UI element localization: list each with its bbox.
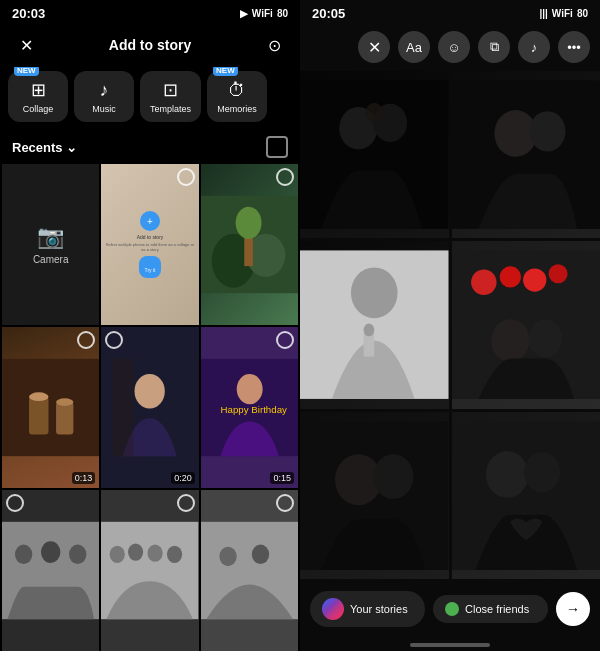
wifi-icon-right: WiFi bbox=[552, 8, 573, 19]
emoji-tool-icon: ☺ bbox=[447, 40, 460, 55]
more-tool-icon: ••• bbox=[567, 40, 581, 55]
settings-button[interactable]: ⊙ bbox=[260, 31, 288, 59]
select-circle-7 bbox=[6, 494, 24, 512]
close-friends-label: Close friends bbox=[465, 603, 529, 615]
duration-badge-6: 0:15 bbox=[270, 472, 294, 484]
select-circle-6 bbox=[276, 331, 294, 349]
svg-rect-12 bbox=[112, 359, 134, 456]
svg-text:Happy Birthday: Happy Birthday bbox=[220, 404, 287, 415]
collage-photo-4 bbox=[452, 241, 601, 408]
right-close-button[interactable]: ✕ bbox=[358, 31, 390, 63]
new-badge-memories: NEW bbox=[213, 67, 238, 76]
photo-cell-9[interactable] bbox=[201, 490, 298, 651]
copy-tool-button[interactable]: ⧉ bbox=[478, 31, 510, 63]
right-toolbar: ✕ Aa ☺ ⧉ ♪ ••• bbox=[300, 27, 600, 71]
svg-point-42 bbox=[523, 269, 546, 292]
home-bar bbox=[410, 643, 490, 647]
svg-point-41 bbox=[499, 267, 520, 288]
camera-label: Camera bbox=[33, 254, 69, 265]
photo-cell-6[interactable]: Happy Birthday 0:15 bbox=[201, 327, 298, 488]
svg-point-45 bbox=[528, 320, 562, 358]
select-all-button[interactable] bbox=[266, 136, 288, 158]
send-icon: → bbox=[566, 601, 580, 617]
svg-point-17 bbox=[15, 545, 32, 564]
more-tool-button[interactable]: ••• bbox=[558, 31, 590, 63]
svg-point-22 bbox=[128, 543, 143, 560]
svg-rect-5 bbox=[2, 359, 99, 456]
collage-label: Collage bbox=[23, 104, 54, 114]
select-circle-preview bbox=[177, 168, 195, 186]
svg-point-44 bbox=[491, 320, 529, 362]
copy-tool-icon: ⧉ bbox=[490, 39, 499, 55]
right-panel: 20:05 ||| WiFi 80 ✕ Aa ☺ ⧉ ♪ ••• bbox=[300, 0, 600, 651]
close-button[interactable]: ✕ bbox=[12, 31, 40, 59]
text-tool-button[interactable]: Aa bbox=[398, 31, 430, 63]
text-tool-icon: Aa bbox=[406, 40, 422, 55]
time-right: 20:05 bbox=[312, 6, 345, 21]
signal-bars-right: ||| bbox=[539, 8, 547, 19]
photo-cell-4[interactable]: 0:13 bbox=[2, 327, 99, 488]
photo-svg-3 bbox=[201, 164, 298, 325]
collage-svg-3 bbox=[300, 241, 449, 408]
camera-cell[interactable]: 📷 Camera bbox=[2, 164, 99, 325]
music-tool-button[interactable]: ♪ bbox=[518, 31, 550, 63]
svg-point-26 bbox=[219, 547, 236, 566]
recents-dropdown[interactable]: Recents ⌄ bbox=[12, 140, 77, 155]
status-bar-right: 20:05 ||| WiFi 80 bbox=[300, 0, 600, 27]
memories-icon: ⏱ bbox=[228, 80, 246, 101]
status-icons-right: ||| WiFi 80 bbox=[539, 8, 588, 19]
music-label: Music bbox=[92, 104, 116, 114]
collage-svg-5 bbox=[300, 412, 449, 579]
story-option-memories[interactable]: NEW ⏱ Memories bbox=[207, 71, 267, 122]
svg-point-8 bbox=[29, 392, 48, 401]
svg-point-24 bbox=[167, 546, 182, 563]
battery-right: 80 bbox=[577, 8, 588, 19]
svg-point-51 bbox=[524, 452, 560, 492]
music-icon: ♪ bbox=[100, 80, 109, 101]
svg-point-14 bbox=[236, 374, 262, 404]
duration-badge-5: 0:20 bbox=[171, 472, 195, 484]
select-circle-8 bbox=[177, 494, 195, 512]
collage-photo-2 bbox=[452, 71, 601, 238]
svg-point-9 bbox=[56, 398, 73, 406]
wifi-icon-left: WiFi bbox=[252, 8, 273, 19]
header-title: Add to story bbox=[40, 37, 260, 53]
svg-point-34 bbox=[529, 111, 565, 151]
story-option-music[interactable]: ♪ Music bbox=[74, 71, 134, 122]
svg-point-38 bbox=[364, 324, 375, 337]
svg-point-18 bbox=[41, 541, 60, 563]
emoji-tool-button[interactable]: ☺ bbox=[438, 31, 470, 63]
recents-bar: Recents ⌄ bbox=[0, 130, 300, 164]
photo-cell-8[interactable] bbox=[101, 490, 198, 651]
photo-cell-7[interactable] bbox=[2, 490, 99, 651]
photo-svg-9 bbox=[201, 490, 298, 651]
home-indicator bbox=[300, 639, 600, 651]
photo-svg-7 bbox=[2, 490, 99, 651]
your-stories-button[interactable]: Your stories bbox=[310, 591, 425, 627]
battery-icon-left: 80 bbox=[277, 8, 288, 19]
memories-label: Memories bbox=[217, 104, 257, 114]
templates-icon: ⊡ bbox=[163, 79, 178, 101]
photo-cell-5[interactable]: 0:20 bbox=[101, 327, 198, 488]
photo-grid: 📷 Camera + Add to story Select multiple … bbox=[0, 164, 300, 651]
photo-svg-4 bbox=[2, 327, 99, 488]
photo-cell-3[interactable] bbox=[201, 164, 298, 325]
status-icons-left: ▶ WiFi 80 bbox=[240, 8, 288, 19]
new-badge-collage: NEW bbox=[14, 67, 39, 76]
collage-photo-6 bbox=[452, 412, 601, 579]
story-preview-cell[interactable]: + Add to story Select multiple photos to… bbox=[101, 164, 198, 325]
svg-point-31 bbox=[366, 103, 383, 122]
story-option-collage[interactable]: NEW ⊞ Collage bbox=[8, 71, 68, 122]
collage-photo-5 bbox=[300, 412, 449, 579]
send-button[interactable]: → bbox=[556, 592, 590, 626]
collage-icon: ⊞ bbox=[31, 79, 46, 101]
svg-point-40 bbox=[471, 270, 496, 295]
close-friends-button[interactable]: Close friends bbox=[433, 595, 548, 623]
svg-rect-7 bbox=[56, 402, 73, 434]
story-option-templates[interactable]: ⊡ Templates bbox=[140, 71, 201, 122]
close-friends-dot bbox=[445, 602, 459, 616]
svg-point-19 bbox=[69, 545, 86, 564]
svg-point-4 bbox=[235, 207, 261, 239]
select-circle-9 bbox=[276, 494, 294, 512]
svg-point-23 bbox=[148, 545, 163, 562]
